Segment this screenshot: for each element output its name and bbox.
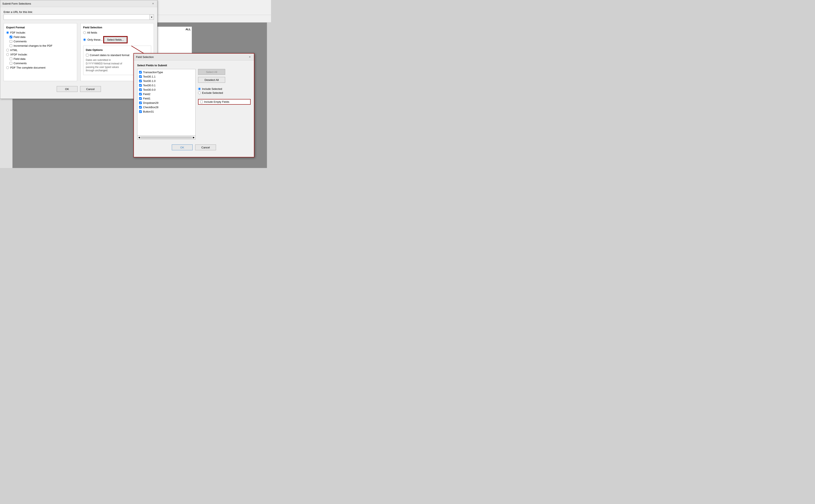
cb-incremental-label: Incremental changes to the PDF (14, 44, 52, 47)
field-label-dropdown29: Dropdown29 (143, 101, 158, 104)
field-label-field2: Field2 (143, 93, 150, 96)
field-cb-button31[interactable] (139, 110, 142, 113)
field-cb-text3010[interactable] (139, 80, 142, 82)
radio-exclude-selected-label: Exclude Selected (202, 91, 223, 94)
field-selection-inner: All fields Only these... Select fields..… (83, 31, 151, 42)
select-fields-button[interactable]: Select fields... (104, 37, 127, 42)
radio-include-selected-label: Include Selected (202, 87, 222, 90)
radio-include-selected: Include Selected (198, 87, 251, 90)
field-label-field1: Field1 (143, 97, 150, 100)
cb-xfdf-fielddata: Field data (6, 57, 74, 60)
cb-comments-input[interactable] (10, 40, 12, 43)
radio-fdf: FDF Include: (6, 31, 74, 34)
submit-dialog-close-btn[interactable]: × (151, 1, 155, 6)
field-dialog-body: Select Fields to Submit TransactionType … (134, 60, 254, 157)
field-label-text3011: Text30.1.1 (143, 75, 156, 78)
radio-pdf-input[interactable] (6, 66, 9, 69)
url-input-wrap: ▼ (4, 14, 154, 20)
field-label-transactiontype: TransactionType (143, 71, 163, 74)
field-list-container: TransactionType Text30.1.1 Text30.1.0 Te… (137, 69, 196, 139)
submit-ok-button[interactable]: OK (57, 86, 78, 92)
radio-html-label: HTML (10, 49, 18, 52)
field-cb-checkbox28[interactable] (139, 106, 142, 109)
url-input[interactable] (4, 15, 149, 20)
radio-exclude-selected: Exclude Selected (198, 91, 251, 94)
radio-fdf-input[interactable] (6, 31, 9, 34)
field-label-text3001: Text30.0.1 (143, 84, 156, 87)
list-item: Text30.0.0 (138, 88, 195, 92)
two-column-area: Export Format FDF Include: Field data Co… (4, 23, 154, 81)
field-selection-dialog: Field Selection × Select Fields to Submi… (133, 53, 254, 157)
cb-field-data: Field data (6, 35, 74, 39)
field-label-text3010: Text30.1.0 (143, 79, 156, 83)
field-list-box[interactable]: TransactionType Text30.1.1 Text30.1.0 Te… (137, 69, 196, 136)
field-dialog-footer: OK Cancel (137, 143, 251, 154)
field-dialog-close-btn[interactable]: × (248, 55, 252, 59)
convert-dates-input[interactable] (86, 54, 89, 56)
convert-dates-label: Convert dates to standard format (90, 54, 129, 57)
submit-dialog-title: Submit Form Selections (2, 2, 31, 5)
field-list-scrollbar: ◀ ▶ (137, 136, 196, 139)
field-dialog-cancel-button[interactable]: Cancel (195, 144, 216, 150)
include-empty-fields-input[interactable] (200, 100, 203, 103)
url-section: Enter a URL for this link: ▼ (4, 10, 154, 20)
select-all-button[interactable]: Select All (198, 69, 225, 75)
field-dialog-subtitle: Select Fields to Submit (137, 64, 251, 67)
cb-xfdf-comments-input[interactable] (10, 62, 12, 65)
field-label-checkbox28: CheckBox28 (143, 106, 158, 109)
radio-html: HTML (6, 49, 74, 52)
include-empty-fields-label: Include Empty Fields (204, 100, 229, 103)
field-cb-transactiontype[interactable] (139, 71, 142, 74)
cb-field-data-label: Field data (14, 35, 25, 39)
field-label-button31: Button31 (143, 110, 154, 113)
url-dropdown-btn[interactable]: ▼ (149, 15, 154, 20)
include-empty-section: Include Empty Fields (198, 99, 251, 105)
cb-xfdf-comments: Comments (6, 62, 74, 65)
radio-xfdf-input[interactable] (6, 53, 9, 56)
horizontal-scrollbar-thumb[interactable] (141, 137, 192, 139)
submit-dialog-titlebar: Submit Form Selections × (0, 0, 157, 7)
list-item: Field1 (138, 96, 195, 101)
scroll-left-arrow[interactable]: ◀ (138, 136, 140, 139)
list-item: Text30.0.1 (138, 83, 195, 88)
field-cb-text3011[interactable] (139, 75, 142, 78)
list-item: Text30.1.0 (138, 79, 195, 83)
only-these-row: Only these... Select fields... (83, 37, 151, 42)
submit-dialog-footer: OK Cancel (4, 84, 154, 95)
deselect-all-button[interactable]: Deselect All (198, 77, 225, 83)
list-item: Text30.1.1 (138, 74, 195, 79)
cb-xfdf-fielddata-input[interactable] (10, 58, 12, 60)
cb-incremental-input[interactable] (10, 44, 12, 47)
field-cb-field1[interactable] (139, 97, 142, 100)
all-label: ALL (186, 28, 191, 31)
cb-field-data-input[interactable] (10, 36, 12, 38)
field-cb-text3001[interactable] (139, 84, 142, 87)
radio-only-these-input[interactable] (83, 38, 86, 41)
radio-html-input[interactable] (6, 49, 9, 51)
submit-cancel-button[interactable]: Cancel (80, 86, 101, 92)
radio-pdf-label: PDF The complete document (10, 66, 45, 69)
include-exclude-section: Include Selected Exclude Selected (198, 87, 251, 94)
list-item: TransactionType (138, 70, 195, 74)
radio-exclude-selected-input[interactable] (198, 92, 201, 94)
radio-all-fields-input[interactable] (83, 31, 86, 34)
field-cb-text3000[interactable] (139, 88, 142, 91)
url-label: Enter a URL for this link: (4, 10, 154, 14)
field-main-area: TransactionType Text30.1.1 Text30.1.0 Te… (137, 69, 251, 139)
list-item: CheckBox28 (138, 105, 195, 109)
field-right-panel: Select All Deselect All Include Selected… (198, 69, 251, 139)
radio-fdf-label: FDF Include: (10, 31, 26, 34)
radio-include-selected-input[interactable] (198, 88, 201, 90)
cb-incremental: Incremental changes to the PDF (6, 44, 74, 47)
list-item: Field2 (138, 92, 195, 96)
radio-all-fields-label: All fields (87, 31, 97, 34)
field-dialog-ok-button[interactable]: OK (172, 144, 193, 150)
export-format-section: Export Format FDF Include: Field data Co… (4, 23, 77, 81)
field-cb-field2[interactable] (139, 93, 142, 95)
vertical-scrollbar[interactable] (267, 23, 271, 168)
radio-xfdf-label: XFDF Include: (10, 53, 28, 56)
scroll-right-arrow[interactable]: ▶ (193, 136, 195, 139)
field-label-text3000: Text30.0.0 (143, 88, 156, 91)
field-cb-dropdown29[interactable] (139, 102, 142, 104)
date-options-title: Date Options (86, 48, 149, 51)
